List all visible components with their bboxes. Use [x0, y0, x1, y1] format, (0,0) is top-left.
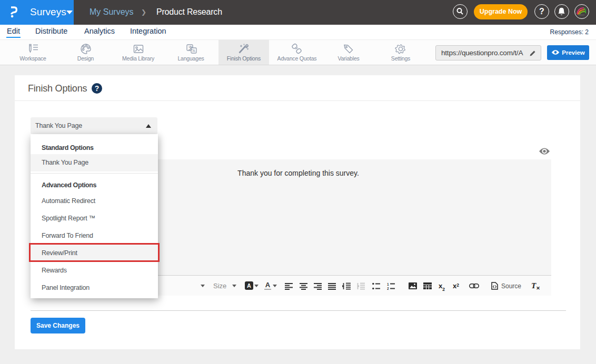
- svg-text:1: 1: [387, 282, 389, 286]
- svg-text:2: 2: [387, 287, 389, 290]
- svg-text:A: A: [192, 48, 195, 53]
